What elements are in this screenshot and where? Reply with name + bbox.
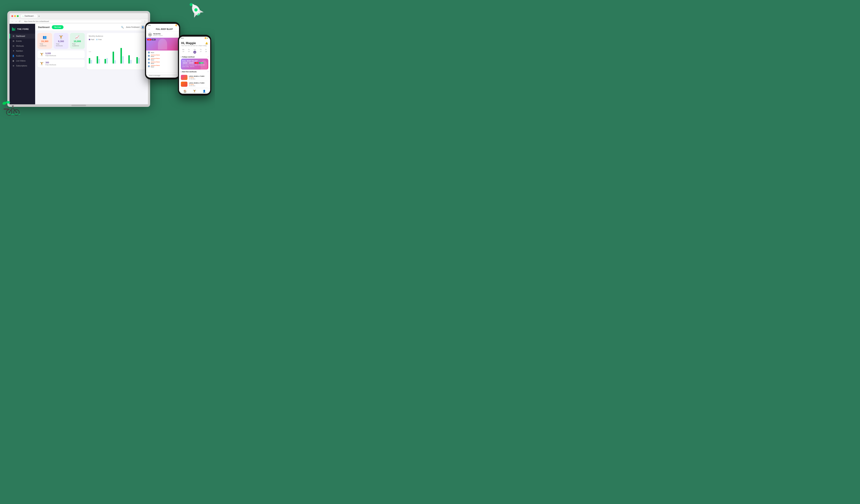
workouts-stat-icon: 🏋️ bbox=[59, 35, 63, 39]
cal-num-th: 17 bbox=[200, 51, 202, 52]
trainer-name: TEAM RG bbox=[153, 33, 163, 35]
phone-2-icons: 📶🔋 bbox=[205, 37, 208, 39]
fullscreen-button[interactable] bbox=[17, 15, 19, 17]
nav-home-icon[interactable]: 🏠 bbox=[183, 90, 187, 92]
chat-avatar-3: 👤 bbox=[147, 58, 150, 61]
browser-tab[interactable]: L Dashboard × bbox=[21, 14, 37, 17]
sidebar-item-events[interactable]: ⊞ Events bbox=[10, 39, 35, 44]
minimize-button[interactable] bbox=[14, 15, 16, 17]
phone-2-status-bar: 9:41 📶🔋 bbox=[179, 37, 210, 40]
dashboard-icon: ⊙ bbox=[12, 35, 15, 37]
new-tab-button[interactable]: + bbox=[38, 15, 40, 17]
cal-day-fr: Fr 18 bbox=[205, 49, 207, 54]
next-workouts-chevron[interactable]: › bbox=[208, 71, 208, 73]
forward-button[interactable]: → bbox=[15, 20, 17, 23]
sidebar-label-audience: Audience bbox=[16, 55, 24, 57]
nav-workouts-icon[interactable]: 🏋️ bbox=[193, 90, 196, 92]
chat-username-5: Jackson Ruice bbox=[151, 65, 160, 66]
chart-bars-4 bbox=[113, 52, 120, 63]
go-live-button[interactable]: Go Live bbox=[52, 25, 64, 29]
next-workout-item-2[interactable]: LEGS, BUMS & TUMS! 20 MINS 18.06.2021 bbox=[181, 81, 208, 88]
paid-audience-value: 10,000 bbox=[74, 40, 81, 43]
chat-text-5: Nice! bbox=[151, 66, 160, 68]
cal-num-tu: 15 bbox=[188, 51, 190, 52]
chat-text-3: Nice! bbox=[151, 59, 160, 61]
phone-1-signal: 📶 bbox=[175, 25, 177, 26]
chat-text-1: Nice! bbox=[151, 52, 154, 54]
sidebar-item-nutrition[interactable]: ✦ Nutrition bbox=[10, 48, 35, 54]
paid-workouts-label: Paid Workouts bbox=[45, 55, 56, 57]
chart-legend: Paid Free bbox=[89, 39, 144, 41]
chat-input[interactable] bbox=[147, 74, 177, 77]
monthly-chart: Monthly Audience Paid Free bbox=[87, 33, 146, 70]
sidebar-label-live-videos: Live Videos bbox=[16, 60, 26, 62]
sidebar-item-subscriptions[interactable]: ⊛ Subscriptions bbox=[10, 63, 35, 68]
todays-workout-chevron[interactable]: › bbox=[208, 56, 208, 58]
sidebar-item-dashboard[interactable]: ⊙ Dashboard bbox=[10, 34, 35, 39]
chart-area: 500 bbox=[89, 42, 144, 63]
back-button[interactable]: ← bbox=[11, 20, 14, 23]
sidebar-item-live-videos[interactable]: ◉ Live Videos bbox=[10, 58, 35, 63]
chat-content-4: Jackson Ruice Nice! bbox=[151, 61, 160, 64]
stats-row-top: 👥 19,360 Total Audience 🏋️ 9,360 Total W… bbox=[37, 33, 85, 49]
back-arrow-icon[interactable]: ← bbox=[148, 28, 150, 31]
bar-free-3 bbox=[106, 58, 108, 63]
chart-section: Monthly Audience Paid Free bbox=[87, 33, 146, 70]
tab-label: Dashboard bbox=[25, 15, 33, 17]
chat-avatar-5: 👤 bbox=[147, 65, 150, 68]
reload-button[interactable]: ↺ bbox=[19, 20, 20, 23]
chat-message-2: 👤 Jackson Ruice Nice! bbox=[147, 54, 177, 57]
todays-workout-title: Todays workout bbox=[181, 56, 195, 58]
next-workout-item-1[interactable]: LEGS, BUMS & TUMS! 20 MINS 17.06.2021 bbox=[181, 74, 208, 81]
chat-content-2: Jackson Ruice Nice! bbox=[151, 54, 160, 57]
logo-icon bbox=[12, 27, 16, 31]
svg-rect-22 bbox=[12, 27, 13, 31]
next-workout-date-2: 18.06.2021 bbox=[189, 85, 208, 86]
chat-avatar-4: 👤 bbox=[147, 61, 150, 64]
bar-free-1 bbox=[91, 60, 92, 63]
sidebar-item-workouts[interactable]: ⊟ Workouts bbox=[10, 44, 35, 48]
cal-day-label-th: Th bbox=[200, 49, 202, 50]
bar-free-6 bbox=[130, 60, 132, 63]
total-audience-value: 19,360 bbox=[41, 40, 48, 43]
next-workouts-title: Next live workouts bbox=[181, 71, 197, 73]
app-layout: THE FORE ⊙ Dashboard ⊞ Events ⊟ Workouts bbox=[10, 24, 148, 104]
chart-bars-3 bbox=[104, 58, 112, 63]
phone-1-device: 9:41 📶 ← FULL BODY BLAST RG TEAM RG Fitn… bbox=[145, 22, 180, 80]
greeting-section: 🔔 Hi, Maggie Your next live will start a… bbox=[179, 40, 210, 47]
laptop-base bbox=[7, 104, 150, 107]
live-badge: Live bbox=[147, 39, 151, 41]
search-icon[interactable]: 🔍 bbox=[121, 26, 124, 29]
live-videos-icon: ◉ bbox=[12, 60, 15, 62]
close-button[interactable] bbox=[11, 15, 13, 17]
chat-message-4: 👤 Jackson Ruice Nice! bbox=[147, 61, 177, 64]
tab-close-icon[interactable]: × bbox=[34, 15, 35, 17]
bell-icon[interactable]: 🔔 bbox=[205, 42, 208, 44]
greeting-wrapper: 🔔 Hi, Maggie Your next live will start a… bbox=[179, 40, 210, 47]
trainer-avatar: RG bbox=[148, 32, 152, 37]
next-workout-thumb-2 bbox=[181, 82, 187, 87]
paid-workouts-card: 🏋️ 9,000 Paid Workouts bbox=[37, 50, 85, 58]
sidebar-item-audience[interactable]: 👤 Audience bbox=[10, 54, 35, 58]
cal-day-we[interactable]: We 16 bbox=[193, 49, 196, 54]
traffic-lights bbox=[11, 15, 19, 17]
trainer-info: TEAM RG Fitness Trainer bbox=[153, 33, 163, 37]
phone-1-status-bar: 9:41 📶 bbox=[146, 24, 179, 27]
featured-workout-card[interactable]: FULL BODY BLAST June 16 1:00 PM LIVE FRE… bbox=[181, 59, 208, 70]
free-workouts-card: 🏋️ 360 Free Workouts bbox=[37, 59, 85, 68]
chat-content-1: Nice! bbox=[151, 52, 154, 54]
bar-free-7 bbox=[138, 58, 140, 63]
address-bar[interactable]: https://www.the-fore.co/dashboard bbox=[22, 20, 142, 23]
cal-day-th: Th 17 bbox=[200, 49, 202, 54]
chat-avatar-2: 👤 bbox=[147, 55, 150, 57]
free-workouts-value: 360 bbox=[45, 61, 56, 64]
audience-stat-icon: 👥 bbox=[43, 35, 47, 39]
nav-profile-icon[interactable]: 👤 bbox=[203, 90, 206, 92]
workout-live-tag: LIVE bbox=[195, 62, 198, 64]
legend-free-dot bbox=[96, 39, 98, 40]
viewers-badge: 660 bbox=[152, 39, 156, 41]
sidebar-label-subscriptions: Subscriptions bbox=[16, 65, 27, 67]
sidebar-label-dashboard: Dashboard bbox=[16, 35, 25, 37]
user-profile[interactable]: Jones Ferdinand 👤 bbox=[126, 25, 145, 29]
total-audience-label: Total Audience bbox=[40, 43, 50, 47]
